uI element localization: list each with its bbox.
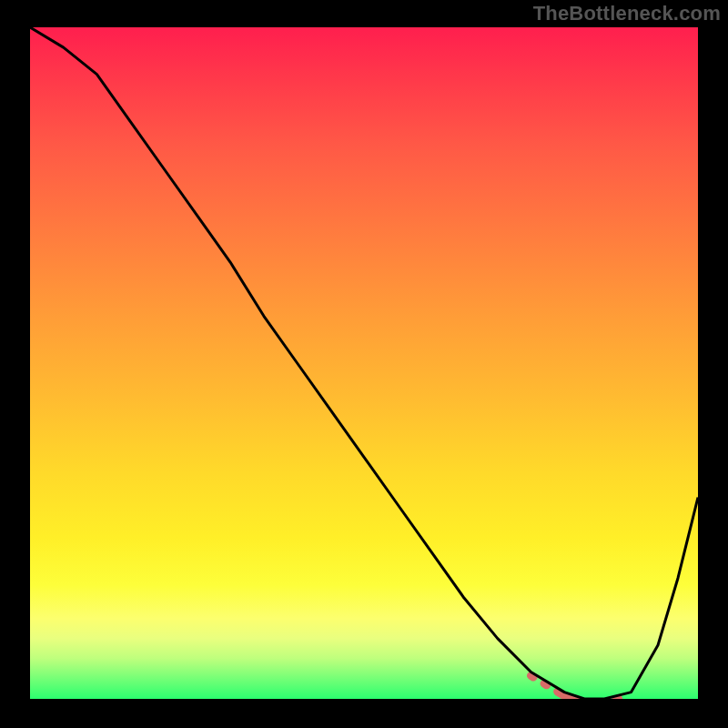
chart-frame: TheBottleneck.com xyxy=(0,0,728,728)
watermark-text: TheBottleneck.com xyxy=(533,2,721,25)
chart-svg xyxy=(30,27,698,699)
bottleneck-curve xyxy=(30,27,698,699)
plot-area xyxy=(30,27,698,699)
